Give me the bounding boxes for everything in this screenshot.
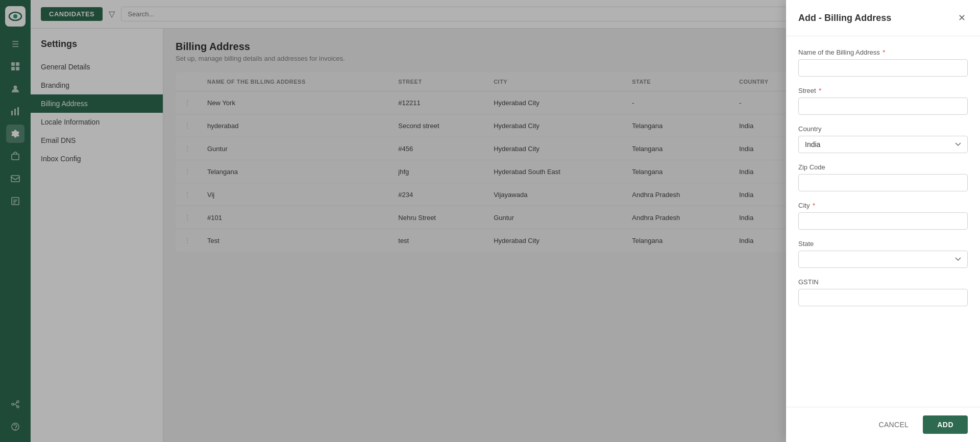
city-label: City * bbox=[798, 202, 968, 209]
cancel-button[interactable]: CANCEL bbox=[871, 416, 917, 433]
billing-name-label: Name of the Billing Address * bbox=[798, 48, 968, 56]
gstin-label: GSTIN bbox=[798, 278, 968, 286]
required-marker: * bbox=[811, 202, 815, 209]
required-marker: * bbox=[817, 87, 822, 94]
modal-panel: Add - Billing Address ✕ Name of the Bill… bbox=[786, 0, 980, 442]
modal-footer: CANCEL ADD bbox=[786, 407, 980, 442]
required-marker: * bbox=[881, 48, 886, 56]
country-label: Country bbox=[798, 125, 968, 133]
country-select[interactable]: India United States United Kingdom Austr… bbox=[798, 136, 968, 153]
billing-name-input[interactable] bbox=[798, 59, 968, 77]
billing-name-group: Name of the Billing Address * bbox=[798, 48, 968, 77]
modal-overlay: Add - Billing Address ✕ Name of the Bill… bbox=[0, 0, 980, 442]
street-group: Street * bbox=[798, 87, 968, 115]
street-label: Street * bbox=[798, 87, 968, 94]
city-group: City * bbox=[798, 202, 968, 230]
zip-group: Zip Code bbox=[798, 163, 968, 191]
gstin-group: GSTIN bbox=[798, 278, 968, 306]
country-group: Country India United States United Kingd… bbox=[798, 125, 968, 153]
state-select[interactable]: Telangana Andhra Pradesh Maharashtra Kar… bbox=[798, 251, 968, 268]
zip-input[interactable] bbox=[798, 174, 968, 191]
state-group: State Telangana Andhra Pradesh Maharasht… bbox=[798, 240, 968, 268]
state-label: State bbox=[798, 240, 968, 248]
modal-close-button[interactable]: ✕ bbox=[956, 10, 968, 26]
zip-label: Zip Code bbox=[798, 163, 968, 171]
modal-header: Add - Billing Address ✕ bbox=[786, 0, 980, 36]
modal-body: Name of the Billing Address * Street * C… bbox=[786, 36, 980, 407]
add-submit-button[interactable]: ADD bbox=[923, 415, 968, 434]
modal-title: Add - Billing Address bbox=[798, 13, 891, 23]
city-input[interactable] bbox=[798, 212, 968, 230]
street-input[interactable] bbox=[798, 97, 968, 115]
gstin-input[interactable] bbox=[798, 289, 968, 306]
